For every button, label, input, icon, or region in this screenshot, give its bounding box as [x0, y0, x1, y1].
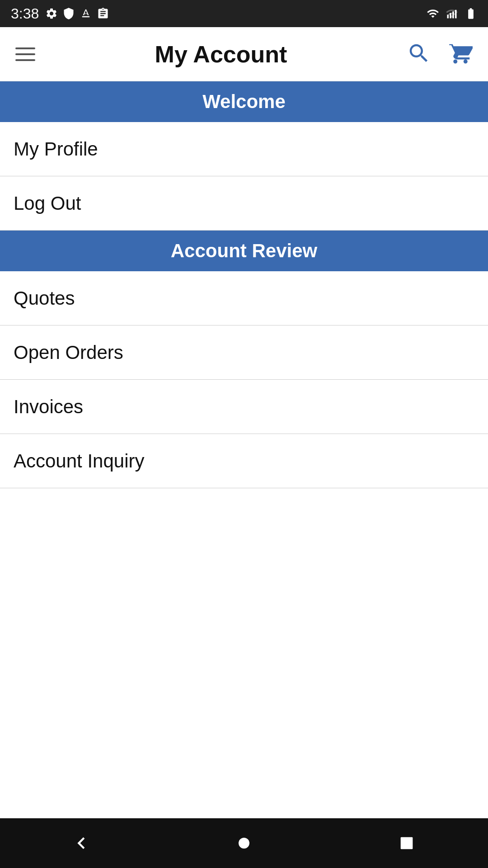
svg-rect-0 [447, 14, 449, 18]
account-review-header-text: Account Review [171, 240, 317, 262]
bottom-nav [0, 818, 488, 868]
log-out-label: Log Out [14, 193, 81, 214]
account-inquiry-item[interactable]: Account Inquiry [0, 434, 488, 488]
quotes-item[interactable]: Quotes [0, 271, 488, 326]
back-button[interactable] [63, 825, 99, 861]
svg-rect-1 [450, 13, 451, 19]
status-time: 3:38 [11, 5, 39, 22]
shield-icon [62, 7, 75, 20]
text-icon [80, 7, 92, 20]
app-header: My Account [0, 27, 488, 81]
recent-apps-icon [398, 834, 416, 852]
status-bar-icons [45, 7, 109, 20]
clipboard-icon [97, 7, 109, 20]
invoices-item[interactable]: Invoices [0, 380, 488, 434]
content-area [0, 488, 488, 818]
welcome-section-header: Welcome [0, 81, 488, 122]
home-button[interactable] [226, 825, 262, 861]
search-button[interactable] [405, 39, 433, 69]
header-actions [405, 39, 474, 69]
account-review-section-header: Account Review [0, 231, 488, 271]
open-orders-item[interactable]: Open Orders [0, 326, 488, 380]
signal-icon [446, 7, 458, 20]
page-title: My Account [155, 41, 287, 68]
account-inquiry-label: Account Inquiry [14, 450, 145, 472]
menu-icon [15, 47, 35, 61]
cart-button[interactable] [446, 39, 474, 69]
settings-icon [45, 7, 58, 20]
home-icon [236, 835, 252, 851]
status-bar-left: 3:38 [11, 5, 109, 22]
wifi-icon [427, 7, 439, 20]
hamburger-menu-button[interactable] [14, 46, 37, 63]
svg-rect-3 [455, 10, 457, 19]
status-bar: 3:38 [0, 0, 488, 27]
svg-point-4 [239, 838, 249, 849]
open-orders-label: Open Orders [14, 342, 123, 363]
quotes-label: Quotes [14, 288, 75, 309]
invoices-label: Invoices [14, 396, 83, 418]
svg-rect-5 [401, 837, 413, 849]
my-profile-item[interactable]: My Profile [0, 122, 488, 176]
battery-icon [465, 7, 477, 20]
recent-apps-button[interactable] [389, 825, 425, 861]
search-icon [407, 41, 431, 66]
log-out-item[interactable]: Log Out [0, 176, 488, 231]
welcome-header-text: Welcome [202, 91, 286, 113]
cart-icon [448, 41, 473, 66]
my-profile-label: My Profile [14, 138, 98, 160]
back-icon [70, 831, 93, 855]
svg-rect-2 [452, 11, 454, 18]
status-bar-right [427, 7, 477, 20]
